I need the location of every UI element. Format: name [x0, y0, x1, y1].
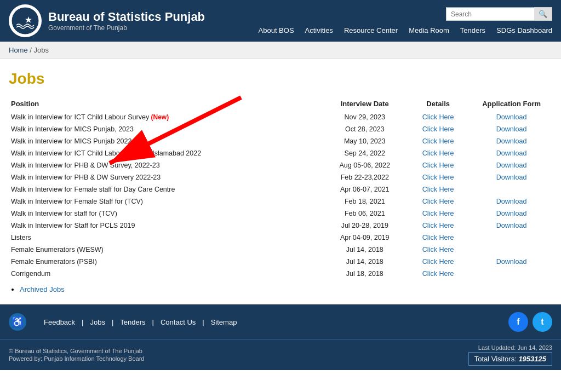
table-row: Walk in Interview for Female staff for D…: [9, 183, 552, 195]
nav-activities[interactable]: Activities: [305, 26, 333, 34]
org-name: Bureau of Statistics Punjab: [48, 10, 205, 24]
page-title: Jobs: [9, 70, 552, 88]
job-app-form: Download: [471, 220, 552, 232]
nav-tenders[interactable]: Tenders: [460, 26, 485, 34]
last-updated: Last Updated: Jun 14, 2023: [468, 344, 552, 351]
job-details: Click Here: [405, 183, 471, 195]
search-button[interactable]: 🔍: [534, 8, 552, 20]
job-app-form: Download: [471, 123, 552, 135]
job-details-link[interactable]: Click Here: [422, 198, 454, 205]
job-position: Listers: [9, 232, 324, 244]
job-details: Click Here: [405, 268, 471, 280]
nav-about-bos[interactable]: About BOS: [259, 26, 294, 34]
job-app-form: Download: [471, 111, 552, 123]
job-details-link[interactable]: Click Here: [422, 258, 454, 266]
job-interview-date: Feb 18, 2021: [324, 195, 405, 207]
col-header-date: Interview Date: [324, 96, 405, 111]
job-details-link[interactable]: Click Here: [422, 270, 454, 278]
job-details-link[interactable]: Click Here: [422, 113, 454, 121]
job-position: Walk in Interview for PHB & DW Survery 2…: [9, 171, 324, 183]
job-position: Walk in Interview for ICT Child Labour S…: [9, 111, 324, 123]
job-details-link[interactable]: Click Here: [422, 234, 454, 241]
breadcrumb-separator: /: [30, 46, 32, 54]
job-details-link[interactable]: Click Here: [422, 162, 454, 169]
search-input[interactable]: [446, 8, 534, 20]
breadcrumb-home[interactable]: Home: [9, 46, 28, 54]
job-download-link[interactable]: Download: [496, 162, 527, 169]
job-position: Walk in Interview for ICT Child Labour S…: [9, 147, 324, 159]
job-details: Click Here: [405, 195, 471, 207]
footer-link-tenders[interactable]: Tenders: [113, 318, 152, 326]
table-row: Walk in Interview for ICT Child Labour S…: [9, 147, 552, 159]
job-position: Walk in Interview for Staff for PCLS 201…: [9, 220, 324, 232]
job-position: Walk in Interview for Female staff for D…: [9, 183, 324, 195]
main-content: Jobs Position Interview Date Details App…: [0, 59, 561, 304]
footer-link-jobs[interactable]: Jobs: [83, 318, 111, 326]
job-interview-date: May 10, 2023: [324, 135, 405, 147]
job-details-link[interactable]: Click Here: [422, 137, 454, 145]
job-download-link[interactable]: Download: [496, 222, 527, 229]
job-details: Click Here: [405, 147, 471, 159]
job-app-form: Download: [471, 147, 552, 159]
table-row: Walk in Interview for MICS Punjab 2022-2…: [9, 135, 552, 147]
archived-jobs-link[interactable]: Archived Jobs: [20, 285, 65, 293]
job-details-link[interactable]: Click Here: [422, 210, 454, 217]
job-app-form: Download: [471, 207, 552, 220]
job-app-form: Download: [471, 171, 552, 183]
visitor-count: Total Visitors: 1953125: [468, 352, 552, 366]
table-row: Walk in Interview for Staff for PCLS 201…: [9, 220, 552, 232]
logo-emblem: [9, 4, 42, 37]
job-interview-date: Jul 18, 2018: [324, 268, 405, 280]
job-details-link[interactable]: Click Here: [422, 125, 454, 133]
footer-link-feedback[interactable]: Feedback: [37, 318, 82, 326]
job-download-link[interactable]: Download: [496, 198, 527, 205]
job-details-link[interactable]: Click Here: [422, 174, 454, 181]
nav-media-room[interactable]: Media Room: [409, 26, 449, 34]
footer-nav-links: Feedback | Jobs | Tenders | Contact Us |…: [37, 318, 243, 326]
header-right: 🔍 About BOS Activities Resource Center M…: [259, 7, 552, 34]
job-details-link[interactable]: Click Here: [422, 246, 454, 253]
visitor-count-value: 1953125: [518, 355, 546, 363]
job-interview-date: Apr 04-09, 2019: [324, 232, 405, 244]
job-download-link[interactable]: Download: [496, 174, 527, 181]
footer-link-contact-us[interactable]: Contact Us: [154, 318, 202, 326]
job-download-link[interactable]: Download: [496, 210, 527, 217]
job-details: Click Here: [405, 111, 471, 123]
job-details-link[interactable]: Click Here: [422, 149, 454, 157]
nav-sdgs-dashboard[interactable]: SDGs Dashboard: [496, 26, 552, 34]
footer-nav: ♿ Feedback | Jobs | Tenders | Contact Us…: [0, 304, 561, 339]
logo-area: Bureau of Statistics Punjab Government o…: [9, 4, 205, 37]
job-position: Walk in Interview for staff for (TCV): [9, 207, 324, 220]
job-interview-date: Apr 06-07, 2021: [324, 183, 405, 195]
job-download-link[interactable]: Download: [496, 149, 527, 157]
job-app-form: [471, 244, 552, 256]
facebook-icon[interactable]: f: [508, 312, 528, 332]
table-row: Female Enumerators (WESW)Jul 14, 2018Cli…: [9, 244, 552, 256]
footer-link-sitemap[interactable]: Sitemap: [204, 318, 244, 326]
nav-resource-center[interactable]: Resource Center: [344, 26, 398, 34]
copyright-text: © Bureau of Statistics, Government of Th…: [9, 348, 144, 354]
header: Bureau of Statistics Punjab Government o…: [0, 0, 561, 42]
job-download-link[interactable]: Download: [496, 125, 527, 133]
job-details-link[interactable]: Click Here: [422, 222, 454, 229]
nav-menu: About BOS Activities Resource Center Med…: [259, 26, 552, 34]
job-details: Click Here: [405, 244, 471, 256]
job-position: Female Enumerators (WESW): [9, 244, 324, 256]
job-download-link[interactable]: Download: [496, 113, 527, 121]
job-interview-date: Jul 14, 2018: [324, 256, 405, 268]
job-details: Click Here: [405, 171, 471, 183]
col-header-position: Position: [9, 96, 324, 111]
jobs-table: Position Interview Date Details Applicat…: [9, 96, 552, 280]
job-interview-date: Aug 05-06, 2022: [324, 159, 405, 171]
table-row: Walk in Interview for Female Staff for (…: [9, 195, 552, 207]
search-bar[interactable]: 🔍: [446, 7, 552, 21]
job-app-form: [471, 268, 552, 280]
job-details-link[interactable]: Click Here: [422, 186, 454, 193]
twitter-icon[interactable]: t: [533, 312, 552, 332]
job-details: Click Here: [405, 220, 471, 232]
job-download-link[interactable]: Download: [496, 137, 527, 145]
job-app-form: [471, 232, 552, 244]
table-row: Walk in Interview for PHB & DW Survey, 2…: [9, 159, 552, 171]
job-download-link[interactable]: Download: [496, 258, 527, 266]
job-details: Click Here: [405, 232, 471, 244]
